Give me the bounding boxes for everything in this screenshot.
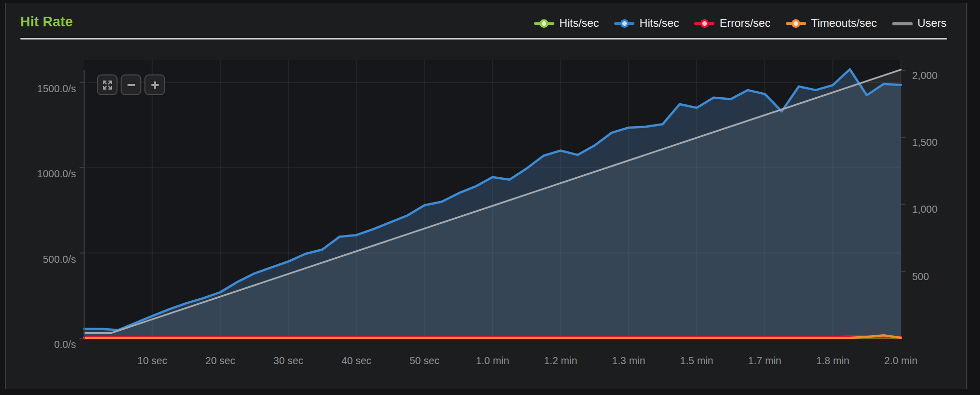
minus-icon (126, 80, 137, 91)
expand-icon (102, 80, 113, 91)
zoom-out-button[interactable] (121, 74, 141, 95)
chart-zoom-controls (97, 74, 165, 95)
hit-rate-chart[interactable] (0, 0, 980, 395)
hit-rate-widget: Hit Rate Hits/secHits/secErrors/secTimeo… (0, 0, 980, 395)
reset-zoom-button[interactable] (97, 74, 118, 95)
plus-icon (149, 80, 161, 91)
zoom-in-button[interactable] (144, 74, 165, 95)
